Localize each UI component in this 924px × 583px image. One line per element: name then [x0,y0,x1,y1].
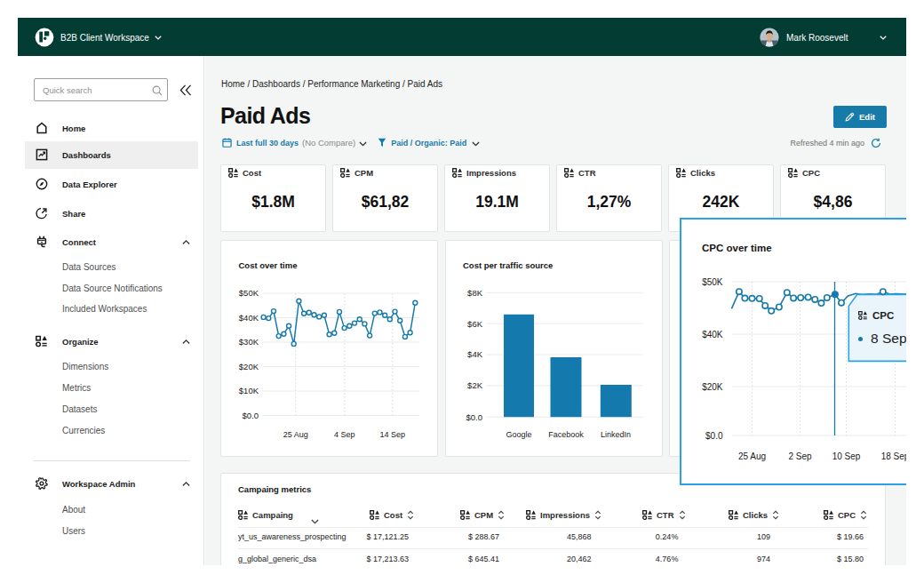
svg-text:Facebook: Facebook [548,430,584,439]
svg-text:4 Sep: 4 Sep [334,430,355,439]
svg-text:$50K: $50K [702,277,723,287]
svg-text:10 Sep: 10 Sep [832,451,860,461]
svg-text:$6K: $6K [467,319,483,329]
svg-text:$20K: $20K [239,362,259,371]
svg-text:2 Sep: 2 Sep [788,451,812,461]
svg-text:$40K: $40K [702,330,723,339]
svg-text:$8K: $8K [467,288,483,298]
svg-text:$30K: $30K [239,337,259,347]
svg-text:$2K: $2K [467,380,483,390]
svg-text:$50K: $50K [239,288,259,298]
svg-text:$0.0: $0.0 [466,412,483,422]
svg-text:$20K: $20K [702,382,723,392]
svg-text:$0.0: $0.0 [243,411,259,420]
svg-text:$4K: $4K [467,349,483,359]
svg-text:$10K: $10K [239,386,259,395]
svg-text:25 Aug: 25 Aug [283,430,308,439]
svg-text:LinkedIn: LinkedIn [601,430,631,439]
svg-text:25 Aug: 25 Aug [737,451,765,461]
svg-text:$40K: $40K [239,313,259,323]
svg-text:$0.0: $0.0 [705,431,723,441]
svg-text:Google: Google [506,430,531,439]
svg-text:18 Sep: 18 Sep [880,451,906,461]
svg-text:14 Sep: 14 Sep [380,430,406,439]
